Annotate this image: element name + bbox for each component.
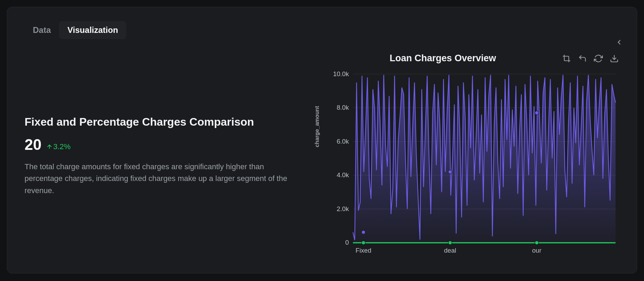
svg-point-17	[535, 111, 539, 115]
svg-text:0: 0	[345, 239, 349, 246]
chart-title: Loan Charges Overview	[390, 53, 496, 64]
chart-ylabel: charge_amount	[314, 106, 320, 147]
tab-bar: Data Visualization	[25, 21, 619, 39]
svg-text:10.0k: 10.0k	[333, 70, 349, 78]
section-title: Fixed and Percentage Charges Comparison	[25, 116, 300, 128]
collapse-button[interactable]	[615, 38, 623, 47]
metric-row: 20 3.2%	[25, 136, 300, 153]
undo-button[interactable]	[577, 53, 588, 64]
crop-icon	[562, 54, 571, 63]
chart-area[interactable]: charge_amount 02.0k4.0k6.0k8.0k10.0kFixe…	[321, 70, 619, 259]
tab-data[interactable]: Data	[25, 21, 59, 39]
summary-description: The total charge amounts for fixed charg…	[25, 161, 300, 196]
svg-point-15	[361, 230, 365, 234]
refresh-button[interactable]	[593, 53, 604, 64]
svg-text:6.0k: 6.0k	[337, 138, 349, 145]
svg-text:2.0k: 2.0k	[337, 205, 349, 212]
svg-point-20	[535, 241, 539, 245]
tab-visualization[interactable]: Visualization	[59, 21, 126, 39]
svg-text:deal: deal	[444, 247, 456, 254]
metric-delta-text: 3.2%	[53, 142, 71, 151]
visualization-card: Data Visualization Fixed and Percentage …	[7, 7, 637, 273]
arrow-up-icon	[46, 144, 53, 150]
chart-panel: Loan Charges Overview	[321, 53, 619, 259]
line-chart: 02.0k4.0k6.0k8.0k10.0kFixeddealour	[321, 70, 619, 259]
crop-button[interactable]	[561, 53, 572, 64]
chart-header: Loan Charges Overview	[321, 53, 619, 64]
content-row: Fixed and Percentage Charges Comparison …	[25, 53, 619, 259]
summary-panel: Fixed and Percentage Charges Comparison …	[25, 53, 310, 259]
download-button[interactable]	[609, 53, 619, 64]
undo-icon	[578, 54, 587, 63]
svg-text:8.0k: 8.0k	[337, 104, 349, 111]
chevron-left-icon	[615, 38, 623, 46]
chart-toolbar	[561, 53, 619, 64]
svg-text:4.0k: 4.0k	[337, 171, 349, 179]
svg-point-18	[361, 241, 365, 245]
svg-text:our: our	[532, 247, 541, 254]
svg-point-19	[448, 241, 452, 245]
svg-text:Fixed: Fixed	[356, 247, 371, 254]
svg-point-16	[448, 170, 452, 174]
metric-value: 20	[25, 136, 42, 153]
metric-delta: 3.2%	[46, 142, 71, 151]
download-icon	[610, 54, 619, 63]
refresh-icon	[594, 54, 603, 63]
